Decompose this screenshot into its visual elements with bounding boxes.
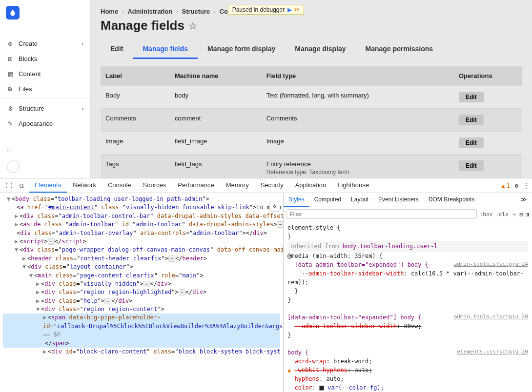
debugger-step-icon[interactable]: ⟳ [295, 6, 300, 13]
edit-button[interactable]: Edit [459, 92, 484, 102]
styles-panel: Styles Computed Layout Event Listeners D… [283, 193, 532, 392]
chevron-right-icon: › [82, 105, 83, 112]
cls-toggle[interactable]: .cls [495, 211, 509, 217]
sidebar-separator: - [0, 25, 90, 36]
styles-tab-computed[interactable]: Computed [309, 193, 346, 207]
content-icon: ▦ [7, 71, 14, 78]
tab-manage-fields[interactable]: Manage fields [133, 40, 198, 59]
tab-manage-display[interactable]: Manage display [285, 40, 355, 59]
inspect-icon[interactable]: ⛶ [3, 180, 15, 191]
appearance-icon: ✎ [7, 120, 14, 127]
new-rule-icon[interactable]: ＋ [512, 211, 517, 218]
admin-sidebar: - ⊕Create› ⊞Blocks ▦Content 🗎Files ⚙Stru… [0, 0, 91, 178]
styles-tab-styles[interactable]: Styles [284, 193, 309, 207]
accessibility-icon[interactable]: ♿ [269, 201, 280, 212]
styles-rules[interactable]: element.style { } Inherited from body.to… [284, 221, 532, 392]
th-machine: Machine name [170, 66, 262, 86]
debugger-resume-icon[interactable]: ▶ [287, 6, 292, 13]
files-icon: 🗎 [7, 86, 14, 93]
styles-filter-input[interactable] [286, 209, 477, 219]
user-avatar[interactable] [7, 160, 20, 173]
tab-edit[interactable]: Edit [101, 40, 133, 59]
chevron-right-icon: › [82, 40, 83, 47]
edit-button[interactable]: Edit [459, 137, 484, 148]
devtools-tab-lighthouse[interactable]: Lighthouse [332, 178, 375, 193]
breadcrumb: Home› Administration› Structure› Content… [101, 8, 522, 15]
warning-badge[interactable]: ▲ 1 [501, 182, 510, 189]
sidebar-item-create[interactable]: ⊕Create› [0, 36, 90, 51]
tab-manage-form-display[interactable]: Manage form display [198, 40, 285, 59]
kebab-icon[interactable]: ⋮ [523, 182, 529, 189]
elements-tree[interactable]: ♿ ▼<body class="toolbar-loading user-log… [0, 193, 283, 392]
styles-tab-eventlisteners[interactable]: Event Listeners [373, 193, 424, 207]
devtools-tab-application[interactable]: Application [289, 178, 332, 193]
sidebar-item-appearance[interactable]: ✎Appearance [0, 116, 90, 131]
devtools-tab-sources[interactable]: Sources [137, 178, 172, 193]
devtools-toolbar: ⛶ ⧉ Elements Network Console Sources Per… [0, 178, 532, 193]
debugger-badge: Paused in debugger ▶ ⟳ [228, 5, 304, 15]
sidebar-item-blocks[interactable]: ⊞Blocks [0, 51, 90, 66]
devtools-panel: ⛶ ⧉ Elements Network Console Sources Per… [0, 178, 532, 392]
edit-button[interactable]: Edit [459, 115, 484, 125]
table-row: Tagsfield_tags Entity referenceReference… [101, 155, 522, 178]
styles-tab-more-icon[interactable]: ≫ [516, 193, 532, 207]
structure-icon: ⚙ [7, 105, 14, 112]
page-title: Manage fields☆ [101, 18, 522, 33]
fields-table: Label Machine name Field type Operations… [101, 66, 522, 178]
plus-circle-icon: ⊕ [7, 40, 14, 47]
table-row: CommentscommentComments Edit [101, 109, 522, 132]
toggle-pane-icon[interactable]: ◨ [526, 211, 529, 217]
devtools-tab-memory[interactable]: Memory [220, 178, 255, 193]
drupal-logo-icon[interactable] [6, 6, 20, 20]
blocks-icon: ⊞ [7, 56, 14, 62]
table-row: Imagefield_imageImage Edit [101, 132, 522, 155]
sidebar-item-structure[interactable]: ⚙Structure› [0, 101, 90, 116]
edit-button[interactable]: Edit [459, 160, 484, 171]
th-operations: Operations [454, 66, 522, 86]
computed-icon[interactable]: ▤ [520, 211, 523, 217]
device-icon[interactable]: ⧉ [17, 180, 27, 191]
devtools-tab-security[interactable]: Security [255, 178, 289, 193]
main-content: Home› Administration› Structure› Content… [91, 0, 532, 178]
sidebar-item-content[interactable]: ▦Content [0, 66, 90, 81]
breadcrumb-item[interactable]: Home [101, 8, 118, 15]
breadcrumb-item[interactable]: Structure [182, 8, 210, 15]
star-icon[interactable]: ☆ [188, 20, 197, 32]
hov-toggle[interactable]: :hov [480, 211, 493, 217]
devtools-tab-network[interactable]: Network [67, 178, 102, 193]
table-row: BodybodyText (formatted, long, with summ… [101, 86, 522, 109]
styles-tab-dombreakpoints[interactable]: DOM Breakpoints [424, 193, 480, 207]
sidebar-separator: - [0, 145, 90, 156]
gear-icon[interactable]: ⚙ [515, 182, 518, 189]
local-tabs: Edit Manage fields Manage form display M… [101, 40, 522, 59]
breadcrumb-item[interactable]: Administration [127, 8, 172, 15]
th-fieldtype: Field type [262, 66, 454, 86]
devtools-tab-console[interactable]: Console [102, 178, 137, 193]
devtools-tab-elements[interactable]: Elements [29, 178, 67, 193]
styles-tab-layout[interactable]: Layout [346, 193, 373, 207]
devtools-tab-performance[interactable]: Performance [172, 178, 220, 193]
th-label: Label [101, 66, 170, 86]
sidebar-item-files[interactable]: 🗎Files [0, 81, 90, 97]
tab-manage-permissions[interactable]: Manage permissions [356, 40, 443, 59]
